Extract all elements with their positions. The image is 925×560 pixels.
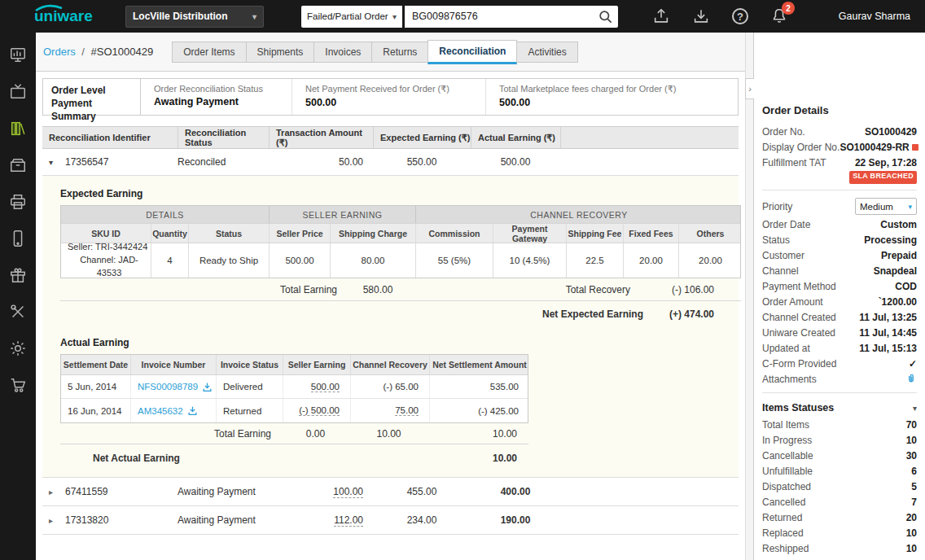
collapse-section-icon[interactable]: ▾ (913, 404, 917, 413)
status-label: Total Items (762, 419, 809, 431)
field-value: Prepaid (881, 250, 917, 261)
seller-price-cell: 500.00 (269, 243, 330, 278)
status-row: Unfulfillable 6 (762, 463, 917, 479)
tab-reconciliation[interactable]: Reconciliation (427, 40, 517, 64)
reconciliation-row-2: ▸ 67411559 Awaiting Payment 100.00 455.0… (42, 478, 739, 506)
sidebar-item-channels-icon[interactable] (3, 78, 33, 106)
expand-row-icon[interactable]: ▸ (49, 488, 59, 497)
search-input[interactable] (412, 11, 598, 22)
payment-summary-title-line1: Order Level (51, 84, 132, 97)
seller-earning-editable[interactable]: (-) 500.00 (299, 405, 340, 416)
reconciliation-id: 17313820 (65, 514, 108, 526)
topbar-actions: ? 2 (652, 7, 788, 25)
field-label: Attachments (762, 374, 817, 385)
seller-earning-editable[interactable]: 500.00 (311, 382, 340, 392)
sidebar-item-tools-icon[interactable] (3, 298, 33, 326)
expected-earning-row: Seller: TRI-3442424 Channel: JAD-43533 4… (61, 243, 740, 278)
sku-cell: Seller: TRI-3442424 Channel: JAD-43533 (61, 243, 151, 278)
transaction-amount: 50.00 (269, 156, 373, 168)
channel-recovery-value: (-) 65.00 (350, 375, 429, 398)
col-seller-price: Seller Price (269, 224, 330, 243)
sidebar-item-orders-icon[interactable] (3, 151, 33, 179)
actual-total-channel-recovery: 10.00 (349, 428, 428, 440)
tab-order-items[interactable]: Order Items (172, 42, 246, 63)
status-row: Returned 20 (762, 510, 917, 525)
actual-total-label: Total Earning (173, 428, 271, 440)
priority-select[interactable]: Medium ▾ (855, 198, 917, 215)
sidebar-item-catalog-icon-active[interactable] (3, 115, 33, 142)
field-value: SO1000429 (865, 126, 917, 138)
tab-shipments[interactable]: Shipments (246, 42, 315, 63)
invoice-link[interactable]: AM345632 (138, 405, 198, 416)
payment-summary-title-line2: Payment Summary (51, 97, 132, 123)
expected-earning-group-header: DETAILS SELLER EARNING CHANNEL RECOVERY (61, 206, 740, 223)
expected-earning-table: DETAILS SELLER EARNING CHANNEL RECOVERY … (60, 205, 741, 278)
expand-row-icon[interactable]: ▸ (49, 516, 59, 525)
detail-row-order-no: Order No. SO1000429 (762, 124, 917, 139)
channel-recovery-editable[interactable]: 75.00 (395, 405, 419, 416)
marketplace-fees-label: Total Marketplace fees charged for Order… (499, 84, 725, 94)
chevron-down-icon: ▾ (252, 12, 256, 21)
facility-selector[interactable]: LocVille Distribution ▾ (125, 6, 264, 28)
sidebar-item-purchase-cart-icon[interactable] (3, 371, 33, 399)
field-label: Customer (762, 250, 804, 261)
search-icon[interactable] (598, 9, 613, 24)
tab-activities[interactable]: Activities (516, 42, 577, 63)
sidebar-item-settings-gear-icon[interactable] (3, 335, 33, 362)
settlement-date: 5 Jun, 2014 (61, 375, 130, 398)
collapse-panel-handle[interactable]: › (745, 78, 754, 99)
field-value: 11 Jul, 14:45 (859, 327, 917, 339)
vertical-scrollbar[interactable] (745, 33, 753, 560)
search-type-dropdown[interactable]: Failed/Partial Order ▾ (301, 6, 402, 28)
col-reconciliation-identifier: Reconciliation Identifier (42, 127, 178, 148)
detail-row: Channel Created 11 Jul, 13:25 (762, 309, 917, 325)
col-net-settlement-amount: Net Settlement Amount (429, 355, 529, 374)
paperclip-icon[interactable] (905, 374, 917, 385)
channel-sku: Channel: JAD-43533 (68, 254, 151, 280)
sidebar-item-mobile-icon[interactable] (3, 225, 33, 252)
net-settlement-value: (-) 425.00 (429, 399, 529, 422)
status-cell: Ready to Ship (188, 243, 269, 278)
status-label: In Progress (762, 435, 812, 446)
invoice-download-icon[interactable] (187, 405, 198, 416)
status-label: Returned (762, 512, 802, 523)
invoice-link[interactable]: NFS00098789 (138, 382, 213, 392)
net-payment-label: Net Payment Received for Order (₹) (305, 84, 472, 94)
field-label: Uniware Created (762, 327, 835, 339)
col-expected-earning: Expected Earning (₹) (373, 127, 471, 148)
status-count: 5 (911, 481, 917, 492)
col-spacer (560, 127, 739, 148)
status-row: Total Items 70 (762, 417, 917, 432)
sidebar-item-promotions-gift-icon[interactable] (3, 261, 33, 289)
upload-icon[interactable] (652, 7, 670, 25)
reconciliation-row-detail: Expected Earning DETAILS SELLER EARNING … (42, 176, 739, 478)
detail-row-display-order-no: Display Order No. SO1000429-RR (762, 139, 917, 155)
help-icon[interactable]: ? (732, 8, 748, 24)
user-menu[interactable]: Gaurav Sharma (839, 11, 910, 22)
notifications-bell-icon[interactable]: 2 (770, 7, 788, 25)
group-details: DETAILS (61, 206, 269, 223)
fixed-fees-cell: 20.00 (623, 243, 678, 278)
transaction-amount-editable[interactable]: 100.00 (333, 486, 363, 498)
tab-invoices[interactable]: Invoices (313, 42, 372, 63)
tab-returns[interactable]: Returns (371, 42, 428, 63)
sidebar-item-print-icon[interactable] (3, 188, 33, 216)
uniware-logo-svg: uniware (33, 3, 124, 26)
collapse-row-icon[interactable]: ▾ (49, 158, 59, 167)
items-statuses-title: Items Statuses (762, 402, 834, 413)
download-icon[interactable] (692, 7, 710, 25)
status-count: 30 (906, 450, 917, 462)
status-label: Reshipped (762, 543, 809, 554)
breadcrumb-orders-link[interactable]: Orders (43, 46, 76, 58)
left-sidebar (0, 33, 36, 560)
priority-value: Medium (860, 202, 893, 212)
detail-row-priority: Priority Medium ▾ (762, 196, 917, 217)
field-value: COD (895, 281, 917, 292)
order-details-title: Order Details (762, 104, 917, 116)
field-label: C-Form Provided (762, 358, 836, 370)
invoice-download-icon[interactable] (202, 382, 213, 392)
sidebar-item-dashboard-icon[interactable] (3, 42, 33, 69)
reconciliation-id: 67411559 (65, 486, 108, 497)
transaction-amount-editable[interactable]: 112.00 (334, 514, 363, 527)
order-tabs: Order Items Shipments Invoices Returns R… (173, 40, 577, 64)
